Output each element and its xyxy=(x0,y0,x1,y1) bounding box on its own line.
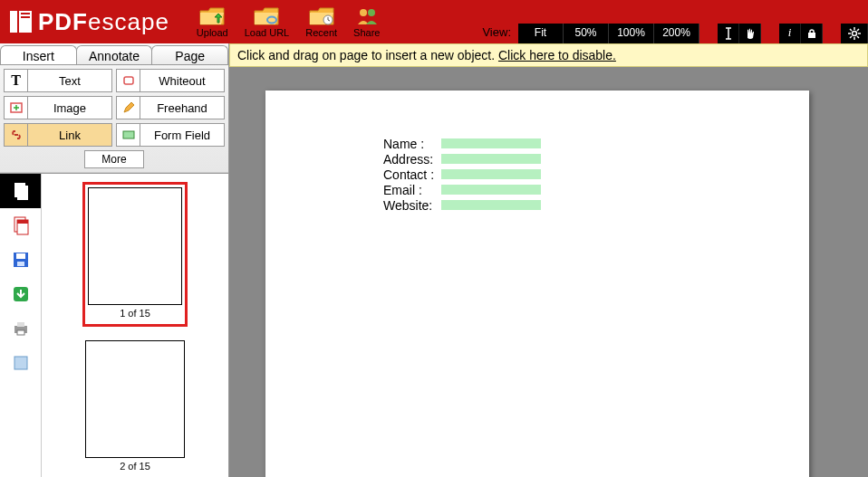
tab-page[interactable]: Page xyxy=(151,45,228,64)
pencil-icon xyxy=(117,97,140,119)
field-icon xyxy=(117,124,140,146)
whiteout-icon xyxy=(117,70,140,91)
field-label: Email : xyxy=(383,183,441,197)
tool-tabs: Insert Annotate Page xyxy=(0,43,228,65)
sidebar-expand[interactable] xyxy=(0,346,41,380)
svg-line-17 xyxy=(857,29,859,31)
recent-button[interactable]: Recent xyxy=(305,6,337,38)
svg-rect-33 xyxy=(14,357,27,369)
form-field[interactable] xyxy=(441,185,541,195)
canvas-scroll[interactable]: Name : Address: Contact : Email : Websit… xyxy=(229,67,868,477)
hint-disable-link[interactable]: Click here to disable. xyxy=(498,48,616,62)
tool-whiteout[interactable]: Whiteout xyxy=(116,69,225,92)
top-actions: Upload Load URL Recent Share xyxy=(197,6,381,38)
thumbnail-caption: 2 of 15 xyxy=(85,458,185,474)
tab-insert[interactable]: Insert xyxy=(0,45,77,64)
pdf-page[interactable]: Name : Address: Contact : Email : Websit… xyxy=(265,91,809,477)
svg-rect-27 xyxy=(16,253,25,259)
field-label: Website: xyxy=(383,198,441,213)
text-cursor-icon[interactable] xyxy=(718,24,739,43)
svg-line-16 xyxy=(850,36,852,38)
page-thumbnails[interactable]: 1 of 15 2 of 15 xyxy=(42,174,228,477)
svg-point-9 xyxy=(852,31,856,35)
form-field[interactable] xyxy=(441,138,541,148)
zoom-50[interactable]: 50% xyxy=(564,24,609,43)
svg-rect-20 xyxy=(123,131,134,138)
thumbnail-2[interactable]: 2 of 15 xyxy=(85,340,185,474)
tool-grid: TText Whiteout Image Freehand Link Form … xyxy=(0,65,228,173)
pages-icon xyxy=(12,181,30,201)
svg-rect-31 xyxy=(17,322,24,327)
upload-button[interactable]: Upload xyxy=(197,6,228,38)
svg-rect-32 xyxy=(17,330,24,335)
tool-link[interactable]: Link xyxy=(4,123,112,147)
tab-annotate[interactable]: Annotate xyxy=(76,45,153,64)
field-label: Address: xyxy=(383,152,441,167)
info-icon[interactable]: i xyxy=(779,24,801,43)
text-icon: T xyxy=(5,70,28,91)
logo[interactable]: PDFescape xyxy=(7,8,169,36)
lock-icon[interactable] xyxy=(801,24,823,43)
thumbnail-caption: 1 of 15 xyxy=(88,305,182,321)
svg-rect-0 xyxy=(10,11,17,33)
load-url-button[interactable]: Load URL xyxy=(245,6,290,38)
sidebar-save[interactable] xyxy=(0,243,41,277)
form-field[interactable] xyxy=(441,169,541,179)
people-icon xyxy=(354,6,380,26)
hand-icon[interactable] xyxy=(739,24,761,43)
hint-text: Click and drag on page to insert a new o… xyxy=(237,48,498,62)
print-icon xyxy=(12,320,30,338)
thumbnail-1[interactable]: 1 of 15 xyxy=(85,185,185,324)
logo-icon xyxy=(7,8,34,35)
zoom-100[interactable]: 100% xyxy=(609,24,654,43)
svg-rect-25 xyxy=(17,220,28,224)
view-bar: View: Fit 50% 100% 200% i xyxy=(475,24,868,43)
left-panel: Insert Annotate Page TText Whiteout Imag… xyxy=(0,43,229,477)
pages-red-icon xyxy=(12,215,30,235)
folder-link-icon xyxy=(254,6,279,26)
app-header: PDFescape Upload Load URL Recent Share V… xyxy=(0,0,868,43)
folder-up-icon xyxy=(199,6,225,26)
thumbnail-page xyxy=(88,187,182,305)
svg-point-6 xyxy=(360,9,367,16)
gear-icon[interactable] xyxy=(841,24,868,43)
zoom-fit[interactable]: Fit xyxy=(518,24,564,43)
folder-clock-icon xyxy=(309,6,334,26)
more-button[interactable]: More xyxy=(84,150,143,168)
link-icon xyxy=(5,124,28,146)
download-icon xyxy=(12,285,30,303)
svg-point-7 xyxy=(368,9,375,16)
tool-freehand[interactable]: Freehand xyxy=(116,96,225,119)
zoom-200[interactable]: 200% xyxy=(654,24,699,43)
svg-rect-3 xyxy=(21,16,30,18)
tool-image[interactable]: Image xyxy=(4,96,112,119)
form-field[interactable] xyxy=(441,200,541,210)
svg-rect-18 xyxy=(124,77,133,84)
save-icon xyxy=(12,251,30,269)
svg-rect-2 xyxy=(21,13,30,14)
tool-text[interactable]: TText xyxy=(4,69,112,92)
svg-rect-28 xyxy=(17,262,24,266)
sidebar-print[interactable] xyxy=(0,311,41,346)
svg-line-14 xyxy=(850,29,852,31)
field-label: Name : xyxy=(383,137,441,151)
form-block: Name : Address: Contact : Email : Websit… xyxy=(383,136,541,213)
field-label: Contact : xyxy=(383,167,441,182)
form-field[interactable] xyxy=(441,154,541,164)
logo-text: PDFescape xyxy=(38,8,169,36)
sidebar-pages-alt[interactable] xyxy=(0,208,41,243)
image-icon xyxy=(5,97,28,119)
thumbnail-page xyxy=(85,340,185,458)
view-label: View: xyxy=(475,24,518,43)
sidebar-download[interactable] xyxy=(0,277,41,311)
share-button[interactable]: Share xyxy=(353,6,380,38)
canvas-area: Click and drag on page to insert a new o… xyxy=(229,43,868,477)
svg-line-15 xyxy=(857,36,859,38)
hint-bar: Click and drag on page to insert a new o… xyxy=(229,43,868,67)
svg-rect-22 xyxy=(17,186,28,200)
expand-icon xyxy=(13,355,29,371)
sidebar-pages[interactable] xyxy=(0,174,41,208)
svg-rect-8 xyxy=(808,33,815,38)
tool-form-field[interactable]: Form Field xyxy=(116,123,225,147)
sidebar-iconbar xyxy=(0,174,42,477)
